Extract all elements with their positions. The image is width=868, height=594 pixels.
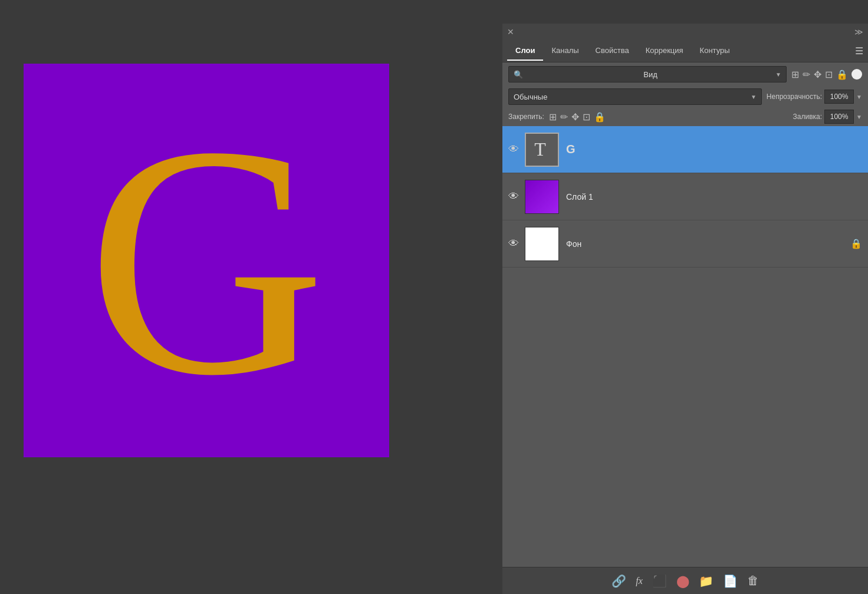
lock-filter-icon[interactable]: 🔒 xyxy=(836,69,848,80)
layer-name-g: G xyxy=(566,143,576,156)
close-button[interactable]: ✕ xyxy=(507,27,514,37)
filter-row: 🔍 Вид ▼ ⊞ ✏ ✥ ⊡ 🔒 xyxy=(502,62,868,86)
blend-mode-dropdown[interactable]: Обычные ▼ xyxy=(508,88,762,105)
layer-name-1: Слой 1 xyxy=(566,192,593,202)
tab-correction[interactable]: Коррекция xyxy=(637,41,692,61)
canvas-letter: G xyxy=(87,95,326,425)
layer-fx-icon[interactable]: fx xyxy=(636,576,643,586)
opacity-label: Непрозрачность: xyxy=(767,93,822,101)
bottom-toolbar: 🔗 fx ⬛ ⬤ 📁 📄 🗑 xyxy=(502,567,868,594)
layer-eye-g[interactable]: 👁 xyxy=(508,143,519,156)
transform-filter-icon[interactable]: ⊡ xyxy=(825,69,833,80)
delete-layer-icon[interactable]: 🗑 xyxy=(747,574,759,588)
panel-menu-icon[interactable]: ☰ xyxy=(855,45,863,57)
add-mask-icon[interactable]: ⬛ xyxy=(652,574,667,588)
layer-thumb-1 xyxy=(525,180,559,214)
tab-properties[interactable]: Свойства xyxy=(587,41,637,61)
layer-item-1[interactable]: 👁 Слой 1 xyxy=(502,173,868,220)
opacity-row: Непрозрачность: 100% ▼ xyxy=(767,90,862,104)
layer-eye-bg[interactable]: 👁 xyxy=(508,237,519,250)
blend-mode-label: Обычные xyxy=(514,93,547,101)
brush-filter-icon[interactable]: ✏ xyxy=(803,69,810,80)
lock-icons: ⊞ ✏ ✥ ⊡ 🔒 xyxy=(549,111,606,123)
lock-row: Закрепить: ⊞ ✏ ✥ ⊡ 🔒 Заливка: 100% ▼ xyxy=(502,107,868,126)
add-adjustment-icon[interactable]: ⬤ xyxy=(676,574,689,588)
layer-lock-bg: 🔒 xyxy=(850,238,862,249)
filter-circle[interactable] xyxy=(851,69,862,80)
lock-all-icon[interactable]: 🔒 xyxy=(594,111,606,123)
tab-channels[interactable]: Каналы xyxy=(543,41,587,61)
filter-dropdown[interactable]: 🔍 Вид ▼ xyxy=(508,66,787,82)
lock-label: Закрепить: xyxy=(508,113,544,121)
collapse-button[interactable]: ≫ xyxy=(854,27,863,37)
opacity-value[interactable]: 100% xyxy=(824,90,854,104)
tab-contours[interactable]: Контуры xyxy=(692,41,738,61)
blend-opacity-row: Обычные ▼ Непрозрачность: 100% ▼ xyxy=(502,86,868,107)
fill-arrow: ▼ xyxy=(856,114,862,120)
filter-icons: ⊞ ✏ ✥ ⊡ 🔒 xyxy=(791,69,862,80)
layer-item-g[interactable]: 👁 T G xyxy=(502,126,868,173)
panel-top-bar: ✕ ≫ xyxy=(502,24,868,40)
blend-mode-arrow: ▼ xyxy=(751,94,757,100)
filter-arrow-icon: ▼ xyxy=(775,71,781,78)
fill-row: Заливка: 100% ▼ xyxy=(793,110,862,124)
move-filter-icon[interactable]: ✥ xyxy=(814,69,821,80)
fill-value[interactable]: 100% xyxy=(824,110,854,124)
lock-move-icon[interactable]: ✥ xyxy=(571,111,579,123)
layer-item-bg[interactable]: 👁 Фон 🔒 xyxy=(502,220,868,268)
image-filter-icon[interactable]: ⊞ xyxy=(791,69,799,80)
lock-brush-icon[interactable]: ✏ xyxy=(560,111,568,123)
layer-name-bg: Фон xyxy=(566,239,581,249)
filter-search-icon: 🔍 xyxy=(514,70,523,79)
lock-artboard-icon[interactable]: ⊡ xyxy=(583,111,590,123)
lock-pixels-icon[interactable]: ⊞ xyxy=(549,111,557,123)
group-layers-icon[interactable]: 📁 xyxy=(699,574,714,588)
layer-thumb-bg xyxy=(525,227,559,261)
fill-label: Заливка: xyxy=(793,113,823,121)
layers-list: 👁 T G 👁 Слой 1 👁 Фон 🔒 xyxy=(502,126,868,567)
tab-bar: Слои Каналы Свойства Коррекция Контуры ☰ xyxy=(502,40,868,62)
layer-eye-1[interactable]: 👁 xyxy=(508,190,519,203)
layer-thumb-g: T xyxy=(525,133,559,167)
opacity-arrow: ▼ xyxy=(856,94,862,100)
text-layer-t-icon: T xyxy=(534,138,546,160)
tab-layers[interactable]: Слои xyxy=(507,41,543,61)
filter-label: Вид xyxy=(643,70,657,79)
new-layer-icon[interactable]: 📄 xyxy=(723,574,738,588)
link-layers-icon[interactable]: 🔗 xyxy=(611,574,626,588)
layers-panel: ✕ ≫ Слои Каналы Свойства Коррекция Конту… xyxy=(502,24,868,594)
canvas: G xyxy=(24,64,389,457)
